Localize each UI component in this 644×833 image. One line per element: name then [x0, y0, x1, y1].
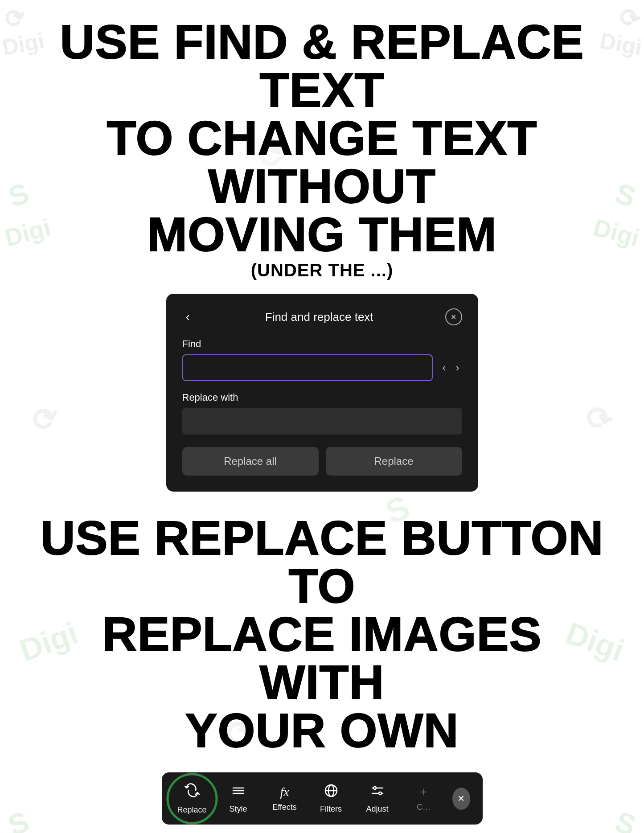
replace-icon [184, 782, 200, 802]
find-section: Find ‹ › [182, 338, 462, 381]
replace-button[interactable]: Replace [326, 447, 462, 476]
toolbar-label-effects: Effects [272, 803, 297, 812]
middle-title-line3: YOUR OWN [36, 706, 608, 755]
toolbar-close-button[interactable]: × [452, 788, 470, 810]
find-label: Find [182, 338, 462, 350]
toolbar-item-style[interactable]: Style [221, 784, 256, 814]
replace-section: Replace with [182, 392, 462, 435]
filters-icon [324, 784, 338, 801]
find-input-row: ‹ › [182, 354, 462, 381]
toolbar-item-crop[interactable]: + C… [406, 785, 442, 812]
page-content: USE FIND & REPLACE TEXT TO CHANGE TEXT W… [0, 0, 644, 833]
adjust-icon [370, 784, 385, 801]
top-heading: USE FIND & REPLACE TEXT TO CHANGE TEXT W… [36, 18, 608, 280]
main-title-line3: MOVING THEM [36, 210, 608, 259]
middle-heading: USE REPLACE BUTTON TO REPLACE IMAGES WIT… [36, 514, 608, 755]
svg-point-8 [373, 787, 376, 789]
dialog-close-button[interactable]: × [445, 308, 462, 325]
crop-icon: + [420, 785, 427, 799]
next-arrow[interactable]: › [453, 360, 462, 376]
toolbar-label-style: Style [229, 804, 247, 814]
toolbar-item-effects[interactable]: fx Effects [267, 785, 303, 812]
dialog-back-button[interactable]: ‹ [182, 308, 193, 326]
nav-arrows: ‹ › [440, 360, 462, 376]
toolbar-item-replace[interactable]: Replace [174, 782, 210, 815]
buttons-row: Replace all Replace [182, 447, 462, 476]
toolbar-label-crop: C… [417, 803, 431, 812]
replace-all-button[interactable]: Replace all [182, 447, 319, 476]
close-icon: × [458, 792, 464, 805]
toolbar-item-adjust[interactable]: Adjust [360, 784, 395, 814]
style-icon [231, 784, 246, 801]
main-title-line2: TO CHANGE TEXT WITHOUT [36, 114, 608, 210]
middle-title-line1: USE REPLACE BUTTON TO [36, 514, 608, 610]
toolbar-label-adjust: Adjust [366, 804, 388, 814]
replace-label: Replace with [182, 392, 462, 403]
dialog-panel: ‹ Find and replace text × Find ‹ › Repla… [166, 294, 478, 492]
effects-icon: fx [280, 785, 289, 799]
toolbar-item-filters[interactable]: Filters [313, 784, 349, 814]
find-input[interactable] [182, 354, 433, 381]
dialog-header: ‹ Find and replace text × [182, 308, 462, 326]
toolbar-panel: Replace Style fx Effects [162, 772, 483, 825]
replace-item-wrapper: Replace [174, 782, 210, 815]
dialog-title: Find and replace text [193, 310, 445, 324]
middle-title-line2: REPLACE IMAGES WITH [36, 610, 608, 706]
subtitle-text: (UNDER THE ...) [36, 260, 608, 280]
toolbar-label-replace: Replace [177, 805, 206, 815]
toolbar-label-filters: Filters [320, 804, 342, 814]
svg-point-9 [379, 792, 381, 795]
main-title-line1: USE FIND & REPLACE TEXT [36, 18, 608, 114]
prev-arrow[interactable]: ‹ [440, 360, 449, 376]
replace-input[interactable] [182, 408, 462, 435]
